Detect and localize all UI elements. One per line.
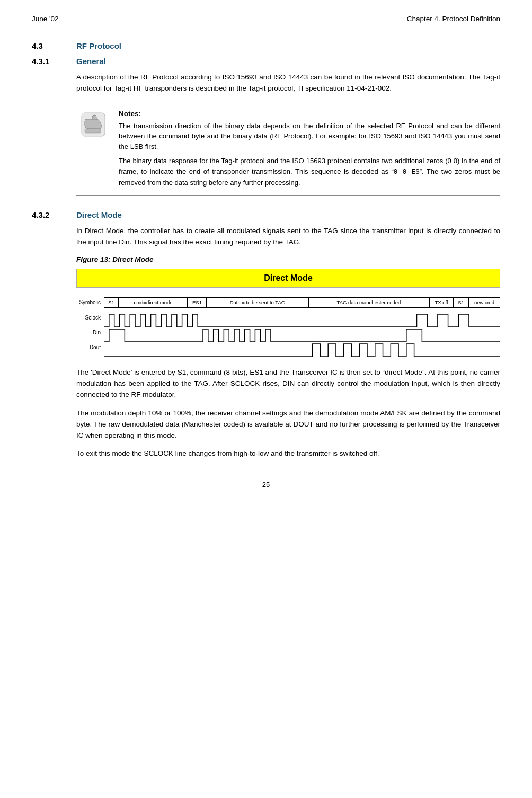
section-43-number: 4.3: [32, 41, 64, 50]
section-432-text4: To exit this mode the SCLOCK line change…: [76, 448, 500, 459]
section-432-text2: The 'Direct Mode' is entered by S1, comm…: [76, 367, 500, 401]
sym-new-cmd: new cmd: [468, 297, 500, 308]
din-label: Din: [76, 330, 104, 335]
sclock-label: Sclock: [76, 315, 104, 321]
dout-signal: [104, 341, 500, 354]
section-43-title: RF Protocol: [76, 41, 121, 50]
sym-tx-off: TX off: [429, 297, 454, 308]
header-right: Chapter 4. Protocol Definition: [407, 15, 500, 23]
sclock-signal: [104, 311, 500, 325]
section-432-number: 4.3.2: [32, 210, 64, 219]
din-row: Din: [76, 326, 500, 340]
section-431-number: 4.3.1: [32, 57, 64, 66]
sym-tag-data: TAG data manchester coded: [308, 297, 429, 308]
notes-title: Notes:: [119, 110, 500, 118]
din-signal: [104, 326, 500, 340]
hand-icon: [78, 110, 108, 139]
notes-content: Notes: The transmission direction of the…: [119, 110, 500, 188]
section-431-title: General: [76, 57, 106, 66]
svg-rect-1: [85, 129, 101, 133]
symbolic-label: Symbolic: [76, 299, 104, 305]
notes-text1: The transmission direction of the binary…: [119, 121, 500, 152]
dout-label: Dout: [76, 344, 104, 350]
section-43-heading: 4.3 RF Protocol: [32, 41, 500, 50]
section-431-heading: 4.3.1 General: [32, 57, 500, 66]
section-431-text: A description of the RF Protocol accordi…: [76, 72, 500, 94]
sym-es1: ES1: [188, 297, 207, 308]
sym-data-tag: Data = to be sent to TAG: [207, 297, 308, 308]
direct-mode-banner: Direct Mode: [76, 269, 500, 288]
symbolic-content: S1 cmd=direct mode ES1 Data = to be sent…: [104, 297, 500, 308]
sym-s1-end: S1: [454, 297, 468, 308]
sclock-row: Sclock: [76, 311, 500, 325]
page-number: 25: [32, 481, 500, 489]
notes-text2: The binary data response for the Tag-it …: [119, 156, 500, 188]
dout-row: Dout: [76, 341, 500, 354]
dout-svg: [104, 341, 500, 360]
section-432-text1: In Direct Mode, the controller has to cr…: [76, 226, 500, 248]
header-left: June '02: [32, 15, 59, 23]
sym-cmd: cmd=direct mode: [119, 297, 188, 308]
notes-code: 0 0 ES: [394, 169, 420, 176]
figure-label: Figure 13: Direct Mode: [76, 255, 500, 263]
page: June '02 Chapter 4. Protocol Definition …: [0, 0, 532, 798]
section-432-text3: The modulation depth 10% or 100%, the re…: [76, 408, 500, 441]
notes-box: Notes: The transmission direction of the…: [76, 102, 500, 196]
section-432-title: Direct Mode: [76, 210, 122, 219]
notes-icon: [76, 110, 110, 188]
section-432-heading: 4.3.2 Direct Mode: [32, 210, 500, 219]
page-header: June '02 Chapter 4. Protocol Definition: [32, 15, 500, 26]
symbolic-row: Symbolic S1 cmd=direct mode ES1 Data = t…: [76, 297, 500, 308]
diagram-container: Direct Mode Symbolic S1 cmd=direct mode …: [76, 269, 500, 354]
sym-s1: S1: [104, 297, 119, 308]
